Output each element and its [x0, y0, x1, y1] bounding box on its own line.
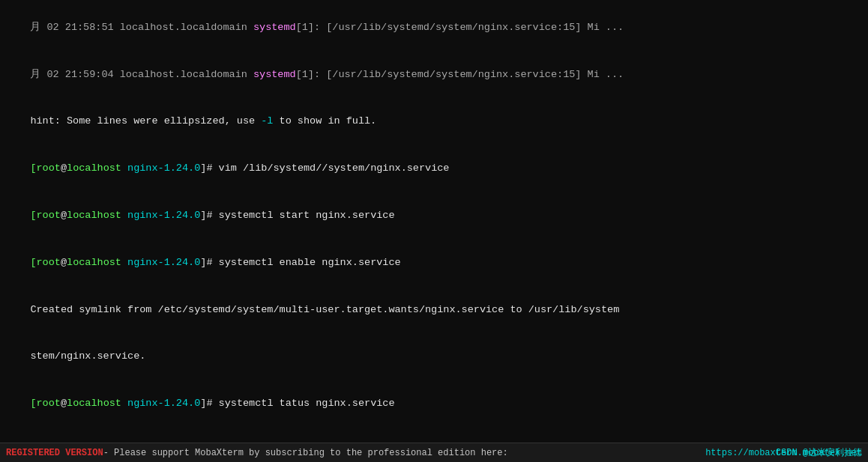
log-line-2: 月 02 21:59:04 localhost.localdomain syst… — [6, 52, 862, 99]
log-line-1: 月 02 21:58:51 localhost.localdomain syst… — [6, 4, 862, 52]
cmd-line-start: [root@localhost nginx-1.24.0]# systemctl… — [6, 192, 862, 240]
hint-line-1: hint: Some lines were ellipsized, use -l… — [6, 99, 862, 146]
footer-bar: REGISTERED VERSION - Please support Moba… — [0, 443, 868, 462]
footer-registered: REGISTERED VERSION — [6, 448, 103, 458]
symlink-cont: stem/nginx.service. — [6, 333, 862, 380]
cmd-line-tatus: [root@localhost nginx-1.24.0]# systemctl… — [6, 380, 862, 428]
terminal: 月 02 21:58:51 localhost.localdomain syst… — [0, 0, 868, 462]
cmd-line-enable: [root@localhost nginx-1.24.0]# systemctl… — [6, 240, 862, 287]
footer-text: - Please support MobaXterm by subscribin… — [103, 448, 706, 458]
footer-brand: CSDN @达米安利拉德 — [776, 446, 862, 459]
symlink-line: Created symlink from /etc/systemd/system… — [6, 287, 862, 334]
cmd-line-vim: [root@localhost nginx-1.24.0]# vim /lib/… — [6, 145, 862, 192]
